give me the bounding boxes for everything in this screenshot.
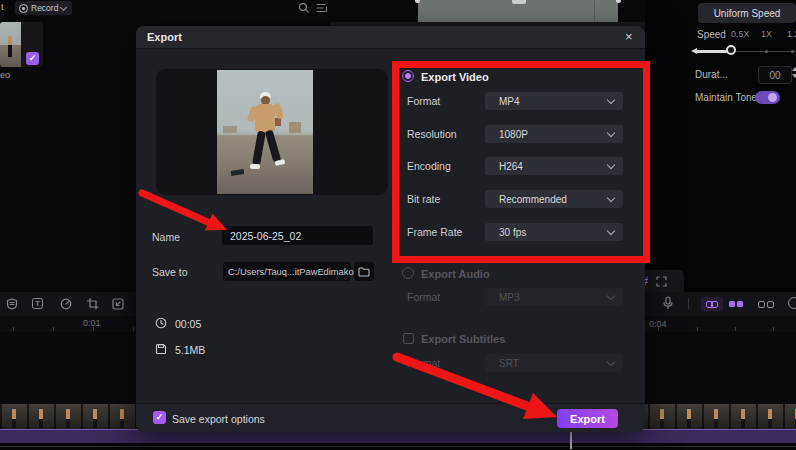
export-frame-button[interactable] (112, 298, 124, 310)
selection-handle[interactable] (616, 0, 621, 3)
save-export-options-checkbox[interactable]: ✓ (153, 411, 166, 424)
export-video-preview (217, 70, 313, 194)
maintain-tone-label: Maintain Tone (695, 92, 757, 103)
name-label: Name (152, 231, 180, 243)
export-dialog: Export × Name 2025- (136, 26, 645, 432)
text-tool-button[interactable]: T (32, 298, 43, 309)
chevron-down-icon (607, 292, 615, 300)
export-subtitles-checkbox[interactable] (403, 333, 414, 344)
shield-icon (6, 298, 18, 310)
name-input[interactable]: 2025-06-25_02 (222, 226, 373, 245)
export-box-icon (112, 298, 124, 310)
microphone-icon (662, 296, 674, 310)
truncated-toolbar-button[interactable]: t (1, 2, 4, 12)
search-icon (298, 2, 310, 14)
subtitles-format-dropdown[interactable]: SRT (485, 354, 623, 372)
toggle-knob (768, 93, 777, 102)
chevron-down-icon (60, 3, 67, 10)
export-size-value: 5.1MB (175, 344, 205, 356)
sort-list-button[interactable] (316, 3, 328, 13)
disk-icon (155, 343, 167, 355)
crop-icon (87, 298, 99, 310)
clip-rotate-handle[interactable] (512, 0, 526, 4)
chevron-down-icon (607, 358, 615, 366)
size-icon-row (155, 343, 167, 355)
speedometer-icon (60, 298, 72, 310)
bitrate-label: Bit rate (407, 193, 440, 205)
chevron-down-icon (607, 194, 615, 202)
export-audio-radio[interactable] (402, 267, 414, 279)
subtitles-format-label: Format (407, 357, 440, 369)
dialog-header: Export × (136, 26, 645, 49)
chevron-down-icon (607, 161, 615, 169)
record-button[interactable]: Record (15, 1, 72, 15)
figure-torso (255, 104, 275, 133)
export-video-title: Export Video (421, 71, 489, 83)
framerate-dropdown[interactable]: 30 fps (485, 223, 623, 241)
record-voiceover-button[interactable] (662, 296, 674, 310)
figure-legs (252, 131, 266, 166)
stepper-up-icon (792, 67, 796, 71)
close-icon[interactable]: × (625, 29, 633, 44)
speed-slider[interactable] (695, 44, 796, 58)
crop-tool-button[interactable] (87, 298, 99, 310)
dialog-footer: ✓ Save export options Export (136, 403, 645, 432)
tab-uniform-speed[interactable]: Uniform Speed (698, 3, 796, 23)
resolution-dropdown[interactable]: 1080P (485, 125, 623, 143)
chevron-down-icon (607, 96, 615, 104)
duration-input[interactable]: 00 (758, 66, 792, 84)
duration-stepper[interactable] (792, 67, 796, 78)
mask-tool-button[interactable] (6, 298, 18, 310)
audio-format-dropdown[interactable]: MP3 (485, 288, 623, 306)
playhead[interactable] (570, 432, 572, 449)
export-audio-title: Export Audio (421, 268, 490, 280)
encoding-label: Encoding (407, 160, 451, 172)
media-clip-thumbnail[interactable]: ✓ (0, 22, 43, 67)
export-video-radio[interactable] (402, 70, 414, 82)
clock-icon (155, 317, 167, 329)
app-window: t Record ✓ eo Uniform Speed Speed 0.5X 1… (0, 0, 796, 450)
save-to-path[interactable]: C:/Users/Tauq...itPawEdimakor (223, 262, 351, 281)
properties-panel: Uniform Speed Speed 0.5X 1X 1.2 Durat...… (645, 0, 796, 296)
duration-icon-row (155, 317, 167, 329)
slider-handle[interactable] (726, 45, 736, 55)
split-link-icon (729, 301, 735, 307)
dialog-title: Export (147, 31, 182, 43)
export-button[interactable]: Export (557, 409, 618, 428)
toolbar-divider (688, 298, 689, 309)
bitrate-dropdown[interactable]: Recommended (485, 190, 623, 208)
unlink-clips-button[interactable] (756, 297, 776, 311)
encoding-dropdown[interactable]: H264 (485, 157, 623, 175)
split-link-button[interactable] (727, 297, 745, 311)
browse-folder-button[interactable] (354, 262, 374, 281)
preview-selected-clip[interactable] (418, 0, 618, 22)
chevron-down-icon (607, 129, 615, 137)
record-label: Record (31, 3, 58, 13)
format-label: Format (407, 95, 440, 107)
focus-brackets-icon[interactable] (656, 276, 667, 287)
link-clips-button[interactable] (701, 297, 723, 311)
stepper-down-icon (792, 74, 796, 78)
speed-label: Speed (697, 29, 726, 40)
edge-tool-button[interactable] (788, 297, 796, 309)
speed-mark-05x[interactable]: 0.5X (731, 29, 750, 39)
speed-mark-125x[interactable]: 1.2 (787, 29, 796, 39)
folder-icon (358, 267, 370, 277)
maintain-tone-toggle[interactable] (755, 91, 780, 104)
speed-tool-button[interactable] (60, 298, 72, 310)
export-duration-value: 00:05 (175, 318, 201, 330)
export-preview-panel (156, 69, 388, 195)
ruler-time-left: 0:01 (83, 318, 101, 328)
format-dropdown[interactable]: MP4 (485, 92, 623, 110)
speed-mark-1x[interactable]: 1X (761, 29, 772, 39)
chevron-down-icon (607, 227, 615, 235)
selection-handle[interactable] (415, 0, 420, 3)
clip-selected-check-badge: ✓ (26, 52, 39, 65)
text-tool-icon: T (35, 299, 40, 308)
search-button[interactable] (298, 2, 310, 14)
audio-format-label: Format (407, 291, 440, 303)
export-subtitles-title: Export Subtitles (421, 333, 505, 345)
duration-label: Durat... (695, 69, 728, 80)
save-to-label: Save to (152, 266, 188, 278)
track-divider (0, 446, 796, 447)
